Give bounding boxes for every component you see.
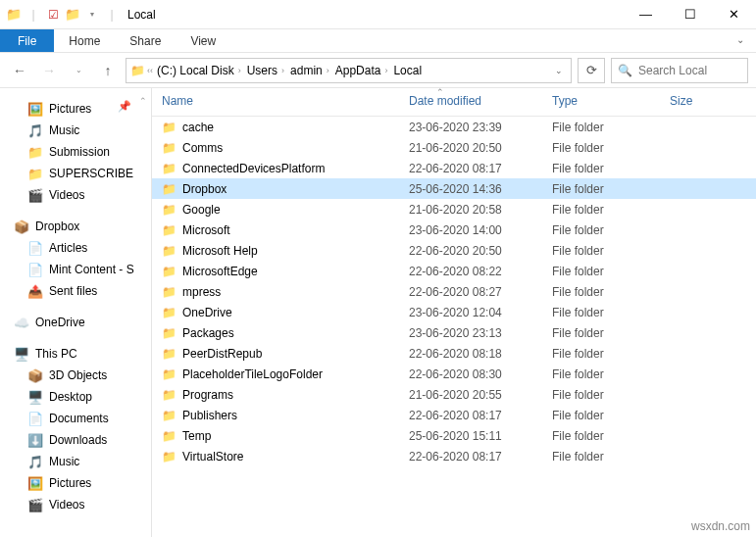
folder-icon[interactable]: 📁 <box>6 7 22 23</box>
folder-icon: 📁 <box>162 244 176 258</box>
maximize-button[interactable]: ☐ <box>668 0 712 29</box>
chevron-right-icon[interactable]: ‹‹ <box>147 66 153 75</box>
table-row[interactable]: 📁Microsoft23-06-2020 14:00File folder <box>152 220 756 240</box>
table-row[interactable]: 📁cache23-06-2020 23:39File folder <box>152 117 756 137</box>
item-icon: 🎵 <box>27 122 43 138</box>
column-header-date[interactable]: Date modified <box>409 94 552 108</box>
qat-dropdown-icon[interactable]: ▾ <box>84 7 100 23</box>
table-row[interactable]: 📁Comms21-06-2020 20:50File folder <box>152 137 756 158</box>
table-row[interactable]: 📁Temp25-06-2020 15:11File folder <box>152 425 756 446</box>
file-name: Microsoft <box>182 223 230 237</box>
chevron-right-icon: › <box>327 66 329 75</box>
search-input[interactable] <box>638 64 741 77</box>
sidebar-item[interactable]: 📄Mint Content - S <box>0 259 151 280</box>
forward-button[interactable]: → <box>37 59 61 82</box>
table-row[interactable]: 📁PeerDistRepub22-06-2020 08:18File folde… <box>152 343 756 364</box>
column-header-type[interactable]: Type <box>552 94 670 108</box>
sidebar-item[interactable]: 🎵Music <box>0 120 151 141</box>
table-row[interactable]: 📁VirtualStore22-06-2020 08:17File folder <box>152 446 756 466</box>
sidebar-item-label: Documents <box>49 412 109 425</box>
table-row[interactable]: 📁Programs21-06-2020 20:55File folder <box>152 384 756 405</box>
properties-icon[interactable]: ☑ <box>45 7 61 23</box>
sidebar-item[interactable]: 📄Articles <box>0 237 151 259</box>
sidebar-item-label: 3D Objects <box>49 368 107 382</box>
item-icon: 📤 <box>27 283 43 299</box>
refresh-button[interactable]: ⟳ <box>578 58 605 83</box>
tab-share[interactable]: Share <box>115 29 176 52</box>
tab-file[interactable]: File <box>0 29 54 52</box>
file-name: VirtualStore <box>182 450 243 464</box>
table-row[interactable]: 📁Dropbox25-06-2020 14:36File folder <box>152 178 756 199</box>
breadcrumb[interactable]: Local <box>391 64 424 77</box>
sidebar-item-label: Videos <box>49 498 84 512</box>
ribbon-expand-icon[interactable]: ⌄ <box>725 29 756 52</box>
breadcrumb[interactable]: Users› <box>245 64 286 77</box>
table-row[interactable]: 📁mpress22-06-2020 08:27File folder <box>152 281 756 302</box>
ribbon: File Home Share View ⌄ <box>0 29 756 53</box>
cell-type: File folder <box>552 203 670 217</box>
new-folder-icon[interactable]: 📁 <box>65 7 80 23</box>
column-header-name[interactable]: Name <box>162 94 409 108</box>
history-dropdown-icon[interactable]: ⌄ <box>67 59 90 82</box>
cell-date: 21-06-2020 20:50 <box>409 141 552 155</box>
address-bar[interactable]: 📁 ‹‹ (C:) Local Disk› Users› admin› AppD… <box>126 58 572 83</box>
cell-type: File folder <box>552 326 670 340</box>
sidebar-item[interactable]: 📤Sent files <box>0 280 151 302</box>
minimize-button[interactable]: — <box>624 0 668 29</box>
cell-type: File folder <box>552 409 670 422</box>
sidebar-item-label: Videos <box>49 188 84 202</box>
sidebar-item-thispc[interactable]: 🖥️This PC <box>0 343 151 365</box>
sidebar-item[interactable]: ⬇️Downloads <box>0 429 151 451</box>
close-button[interactable]: ✕ <box>712 0 756 29</box>
cell-name: 📁cache <box>162 121 409 134</box>
cell-date: 22-06-2020 08:30 <box>409 367 552 381</box>
scroll-up-icon[interactable]: ⌃ <box>139 96 147 106</box>
search-box[interactable]: 🔍 <box>611 58 748 83</box>
sidebar-item[interactable]: 🎬Videos <box>0 184 151 206</box>
sidebar-item[interactable]: 🎬Videos <box>0 494 151 515</box>
breadcrumb[interactable]: (C:) Local Disk› <box>155 64 243 77</box>
navbar: ← → ⌄ ↑ 📁 ‹‹ (C:) Local Disk› Users› adm… <box>0 53 756 88</box>
table-row[interactable]: 📁Google21-06-2020 20:58File folder <box>152 199 756 220</box>
folder-icon: 📁 <box>162 326 176 340</box>
sidebar-item[interactable]: 🖼️Pictures <box>0 472 151 494</box>
item-icon: 📁 <box>27 166 43 181</box>
tab-home[interactable]: Home <box>54 29 115 52</box>
file-name: Packages <box>182 326 234 340</box>
table-row[interactable]: 📁OneDrive23-06-2020 12:04File folder <box>152 302 756 322</box>
sidebar-item[interactable]: 📁Submission <box>0 141 151 163</box>
table-row[interactable]: 📁MicrosoftEdge22-06-2020 08:22File folde… <box>152 261 756 281</box>
sidebar-item-label: Mint Content - S <box>49 263 134 276</box>
dropbox-icon: 📦 <box>14 219 29 234</box>
sidebar-item[interactable]: 📄Documents <box>0 408 151 429</box>
titlebar: 📁 | ☑ 📁 ▾ | Local — ☐ ✕ <box>0 0 756 29</box>
file-list: ⌃ Name Date modified Type Size 📁cache23-… <box>152 88 756 537</box>
breadcrumb[interactable]: admin› <box>288 64 331 77</box>
sidebar-item-dropbox[interactable]: 📦Dropbox <box>0 216 151 237</box>
folder-icon: 📁 <box>162 285 176 299</box>
sidebar-item[interactable]: 📦3D Objects <box>0 365 151 386</box>
folder-icon: 📁 <box>162 409 176 422</box>
sidebar-item[interactable]: 📁SUPERSCRIBE <box>0 163 151 184</box>
folder-icon: 📁 <box>162 121 176 134</box>
back-button[interactable]: ← <box>8 59 31 82</box>
table-row[interactable]: 📁ConnectedDevicesPlatform22-06-2020 08:1… <box>152 158 756 178</box>
breadcrumb[interactable]: AppData› <box>333 64 390 77</box>
quick-access-toolbar: 📁 | ☑ 📁 ▾ | <box>0 7 120 23</box>
sidebar-item-label: Pictures <box>49 102 91 116</box>
sidebar-item[interactable]: 🖥️Desktop <box>0 386 151 408</box>
column-header-size[interactable]: Size <box>670 94 756 108</box>
cell-type: File folder <box>552 388 670 402</box>
sidebar-item-onedrive[interactable]: ☁️OneDrive <box>0 312 151 333</box>
table-row[interactable]: 📁Microsoft Help22-06-2020 20:50File fold… <box>152 240 756 261</box>
up-button[interactable]: ↑ <box>96 59 120 82</box>
pin-icon[interactable]: 📌 <box>118 100 131 113</box>
table-row[interactable]: 📁PlaceholderTileLogoFolder22-06-2020 08:… <box>152 364 756 384</box>
table-row[interactable]: 📁Packages23-06-2020 23:13File folder <box>152 322 756 343</box>
cell-name: 📁Microsoft Help <box>162 244 409 258</box>
table-row[interactable]: 📁Publishers22-06-2020 08:17File folder <box>152 405 756 425</box>
tab-view[interactable]: View <box>176 29 230 52</box>
address-dropdown-icon[interactable]: ⌄ <box>551 66 567 75</box>
cell-type: File folder <box>552 347 670 361</box>
sidebar-item[interactable]: 🎵Music <box>0 451 151 472</box>
